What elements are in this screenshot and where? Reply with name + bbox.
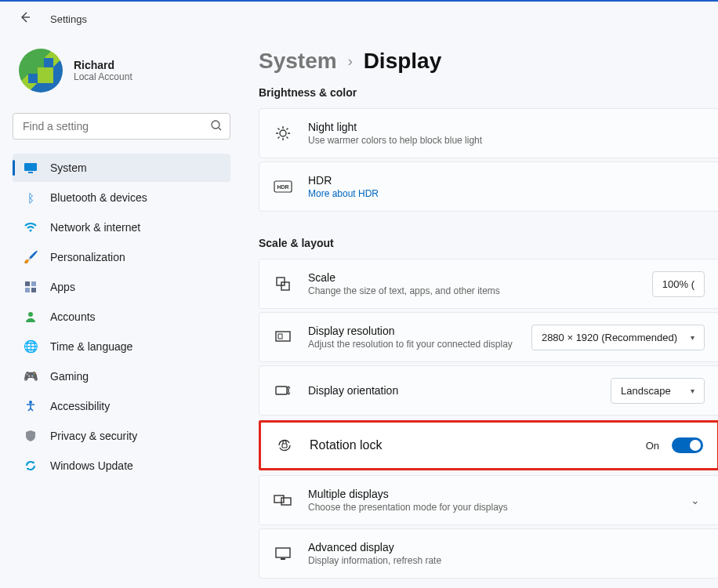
nav-label: Time & language <box>50 340 132 353</box>
sidebar: Richard Local Account System ᛒBluetooth … <box>0 36 243 588</box>
nav-list: System ᛒBluetooth & devices Network & in… <box>13 154 230 480</box>
card-title: HDR <box>308 174 705 187</box>
apps-icon <box>24 280 38 294</box>
nav-item-update[interactable]: Windows Update <box>13 452 230 480</box>
nav-item-accounts[interactable]: Accounts <box>13 303 230 331</box>
svg-point-3 <box>212 121 219 129</box>
monitor-icon <box>24 161 38 175</box>
card-multiple-displays[interactable]: Multiple displays Choose the presentatio… <box>259 475 718 525</box>
user-block[interactable]: Richard Local Account <box>13 42 230 108</box>
orientation-icon <box>274 381 292 400</box>
orientation-dropdown[interactable]: Landscape <box>611 378 705 404</box>
chevron-right-icon: › <box>348 53 353 70</box>
card-title: Night light <box>308 121 705 133</box>
multiple-displays-icon <box>274 491 292 510</box>
nav-label: Apps <box>50 281 75 293</box>
search-icon <box>210 119 223 135</box>
scale-value-button[interactable]: 100% ( <box>652 271 705 297</box>
breadcrumb-parent[interactable]: System <box>259 49 337 74</box>
bluetooth-icon: ᛒ <box>24 191 38 205</box>
resolution-icon <box>274 328 292 347</box>
search-wrap <box>13 113 230 140</box>
card-scale[interactable]: Scale Change the size of text, apps, and… <box>259 259 718 309</box>
chevron-down-icon[interactable]: ⌄ <box>686 494 705 506</box>
globe-icon: 🌐 <box>24 339 38 354</box>
card-sub: Adjust the resolution to fit your connec… <box>308 339 516 350</box>
card-sub: Display information, refresh rate <box>308 555 705 566</box>
resolution-dropdown[interactable]: 2880 × 1920 (Recommended) <box>531 325 705 350</box>
svg-point-11 <box>28 312 33 317</box>
search-input[interactable] <box>13 113 230 140</box>
svg-rect-23 <box>281 498 291 505</box>
svg-rect-5 <box>28 172 33 173</box>
sun-icon <box>274 124 292 143</box>
nav-item-apps[interactable]: Apps <box>13 273 230 301</box>
svg-rect-10 <box>31 288 36 292</box>
card-sub: Choose the presentation mode for your di… <box>308 502 670 513</box>
back-button[interactable] <box>19 11 31 27</box>
main-content: System › Display Brightness & color Nigh… <box>243 36 718 588</box>
nav-label: Gaming <box>50 370 89 383</box>
nav-label: Personalization <box>50 251 125 263</box>
card-title: Display orientation <box>308 384 595 397</box>
nav-item-system[interactable]: System <box>13 154 230 182</box>
hdr-link[interactable]: More about HDR <box>308 188 705 199</box>
user-sub: Local Account <box>74 71 132 82</box>
svg-rect-21 <box>282 444 287 448</box>
nav-item-gaming[interactable]: 🎮Gaming <box>13 362 230 390</box>
header-title: Settings <box>50 13 87 25</box>
svg-rect-24 <box>276 548 290 557</box>
svg-rect-9 <box>25 288 30 292</box>
svg-point-6 <box>30 230 32 232</box>
person-icon <box>24 310 38 324</box>
rotation-lock-toggle[interactable] <box>672 437 703 453</box>
nav-item-personalization[interactable]: 🖌️Personalization <box>13 243 230 271</box>
nav-label: Accounts <box>50 310 96 323</box>
card-resolution[interactable]: Display resolution Adjust the resolution… <box>259 312 718 362</box>
svg-rect-16 <box>277 278 285 285</box>
nav-label: Accessibility <box>50 400 110 412</box>
card-sub: Use warmer colors to help block blue lig… <box>308 135 705 146</box>
card-hdr[interactable]: HDR HDR More about HDR <box>259 162 718 212</box>
nav-item-accessibility[interactable]: Accessibility <box>13 392 230 420</box>
user-name: Richard <box>74 59 132 71</box>
accessibility-icon <box>24 399 38 413</box>
nav-label: System <box>50 162 87 174</box>
nav-label: Network & internet <box>50 221 140 234</box>
card-advanced-display[interactable]: Advanced display Display information, re… <box>259 528 718 579</box>
svg-point-13 <box>280 130 286 136</box>
brush-icon: 🖌️ <box>24 250 38 264</box>
nav-item-network[interactable]: Network & internet <box>13 213 230 241</box>
card-rotation-lock[interactable]: Rotation lock On <box>259 420 718 470</box>
section-scale-title: Scale & layout <box>259 237 718 249</box>
scale-icon <box>274 274 292 293</box>
advanced-display-icon <box>274 544 292 563</box>
update-icon <box>24 459 38 473</box>
svg-rect-4 <box>24 163 37 171</box>
arrow-left-icon <box>19 11 31 24</box>
nav-item-time[interactable]: 🌐Time & language <box>13 332 230 361</box>
card-night-light[interactable]: Night light Use warmer colors to help bl… <box>259 108 718 158</box>
card-title: Advanced display <box>308 541 705 554</box>
wifi-icon <box>24 220 38 234</box>
svg-point-12 <box>29 401 32 404</box>
nav-item-bluetooth[interactable]: ᛒBluetooth & devices <box>13 183 230 212</box>
svg-rect-19 <box>278 334 282 339</box>
svg-rect-25 <box>281 558 285 560</box>
card-orientation[interactable]: Display orientation Landscape <box>259 365 718 416</box>
hdr-icon: HDR <box>274 177 292 196</box>
svg-text:HDR: HDR <box>277 184 288 190</box>
rotation-lock-icon <box>275 436 294 455</box>
svg-rect-2 <box>38 67 53 83</box>
nav-item-privacy[interactable]: Privacy & security <box>13 422 230 450</box>
card-sub: Change the size of text, apps, and other… <box>308 285 636 296</box>
gamepad-icon: 🎮 <box>24 369 38 383</box>
svg-rect-22 <box>274 495 284 503</box>
nav-label: Privacy & security <box>50 430 137 442</box>
svg-rect-8 <box>31 281 36 286</box>
nav-label: Bluetooth & devices <box>50 191 147 204</box>
breadcrumb-current: Display <box>364 49 442 74</box>
svg-rect-20 <box>276 387 287 394</box>
toggle-state-label: On <box>646 440 659 452</box>
shield-icon <box>24 429 38 443</box>
